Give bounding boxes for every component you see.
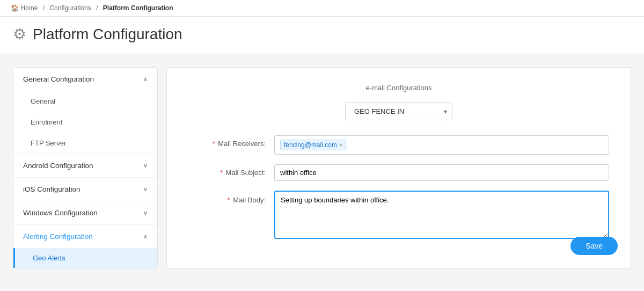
mail-receiver-tag: fencing@mail.com × <box>280 140 346 150</box>
chevron-up-icon: ∧ <box>143 76 148 83</box>
sidebar-section-label-ios: iOS Configuration <box>23 185 80 193</box>
sidebar-section-ios-configuration: iOS Configuration ∨ <box>13 178 157 201</box>
chevron-up-icon-alerting: ∧ <box>143 233 148 240</box>
mail-receivers-row: * Mail Receivers: fencing@mail.com × <box>188 135 609 155</box>
chevron-down-icon-windows: ∨ <box>143 209 148 216</box>
sidebar-section-windows-configuration: Windows Configuration ∨ <box>13 201 157 225</box>
sidebar-section-header-ios[interactable]: iOS Configuration ∨ <box>13 178 157 201</box>
chevron-down-icon: ∨ <box>143 162 148 169</box>
geofence-dropdown[interactable]: GEO FENCE IN GEO FENCE OUT GEO FENCE DWE… <box>345 103 452 120</box>
mail-receivers-input[interactable]: fencing@mail.com × <box>274 135 609 155</box>
sidebar-item-general[interactable]: General <box>13 91 157 112</box>
sidebar-section-label-windows: Windows Configuration <box>23 209 98 217</box>
sidebar-section-general-configuration: General Configuration ∧ General Enrolmen… <box>13 68 157 154</box>
page-title: Platform Configuration <box>33 26 182 43</box>
required-star-receivers: * <box>212 140 215 148</box>
sidebar-section-header-general[interactable]: General Configuration ∧ <box>13 68 157 91</box>
save-button[interactable]: Save <box>570 237 618 255</box>
mail-subject-row: * Mail Subject: <box>188 164 609 181</box>
sidebar-section-header-alerting[interactable]: Alerting Configuration ∧ <box>13 225 157 248</box>
mail-receivers-label-text: Mail Receivers: <box>218 140 266 148</box>
sidebar-section-android-configuration: Android Configuration ∨ <box>13 154 157 178</box>
sidebar-section-header-windows[interactable]: Windows Configuration ∨ <box>13 201 157 224</box>
main-content: General Configuration ∧ General Enrolmen… <box>0 54 644 281</box>
sidebar-section-header-android[interactable]: Android Configuration ∨ <box>13 154 157 177</box>
mail-receivers-field: fencing@mail.com × <box>274 135 609 155</box>
gear-icon: ⚙ <box>13 25 26 43</box>
home-icon: 🏠 <box>11 4 19 12</box>
sidebar-section-label-android: Android Configuration <box>23 162 93 170</box>
mail-body-textarea[interactable]: Setting up boundaries within office. <box>274 191 609 239</box>
breadcrumb: 🏠 Home / Configurations / Platform Confi… <box>0 0 644 17</box>
required-star-body: * <box>228 196 230 204</box>
mail-subject-label: * Mail Subject: <box>188 164 274 177</box>
breadcrumb-home[interactable]: Home <box>20 4 38 12</box>
email-config-title: e-mail Configurations <box>188 84 609 92</box>
breadcrumb-current: Platform Configuration <box>103 4 173 12</box>
mail-receivers-label: * Mail Receivers: <box>188 135 274 148</box>
sidebar-item-enrolment[interactable]: Enrolment <box>13 112 157 133</box>
tag-remove-icon[interactable]: × <box>339 142 342 148</box>
dropdown-wrapper: GEO FENCE IN GEO FENCE OUT GEO FENCE DWE… <box>345 103 452 120</box>
required-star-subject: * <box>220 169 223 177</box>
mail-subject-input[interactable] <box>274 164 609 181</box>
tag-value: fencing@mail.com <box>284 141 337 149</box>
sidebar-section-label-general: General Configuration <box>23 75 94 83</box>
mail-body-label-text: Mail Body: <box>233 196 266 204</box>
sidebar: General Configuration ∧ General Enrolmen… <box>13 67 158 268</box>
mail-subject-field <box>274 164 609 181</box>
page-header: ⚙ Platform Configuration <box>0 17 644 54</box>
mail-body-field: Setting up boundaries within office. <box>274 191 609 241</box>
chevron-down-icon-ios: ∨ <box>143 186 148 193</box>
sidebar-item-geo-alerts[interactable]: Geo Alerts <box>13 248 157 268</box>
mail-body-label: * Mail Body: <box>188 191 274 204</box>
breadcrumb-configurations[interactable]: Configurations <box>49 4 91 12</box>
mail-subject-label-text: Mail Subject: <box>226 169 266 177</box>
dropdown-row: GEO FENCE IN GEO FENCE OUT GEO FENCE DWE… <box>188 103 609 120</box>
sidebar-section-alerting-configuration: Alerting Configuration ∧ Geo Alerts <box>13 225 157 268</box>
sidebar-item-ftp-server[interactable]: FTP Server <box>13 133 157 154</box>
mail-body-row: * Mail Body: Setting up boundaries withi… <box>188 191 609 241</box>
right-panel: e-mail Configurations GEO FENCE IN GEO F… <box>166 67 631 268</box>
sidebar-section-label-alerting: Alerting Configuration <box>23 232 93 241</box>
save-button-row: Save <box>570 237 618 255</box>
